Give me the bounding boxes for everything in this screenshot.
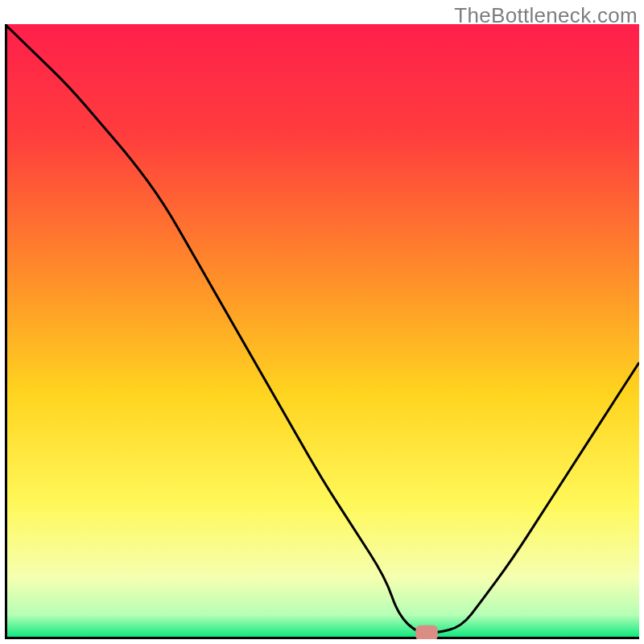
chart-container: TheBottleneck.com [0, 0, 644, 644]
watermark-text: TheBottleneck.com [454, 3, 638, 28]
curve-marker [415, 625, 438, 639]
curve-line [5, 24, 639, 633]
chart-foreground [5, 24, 639, 639]
